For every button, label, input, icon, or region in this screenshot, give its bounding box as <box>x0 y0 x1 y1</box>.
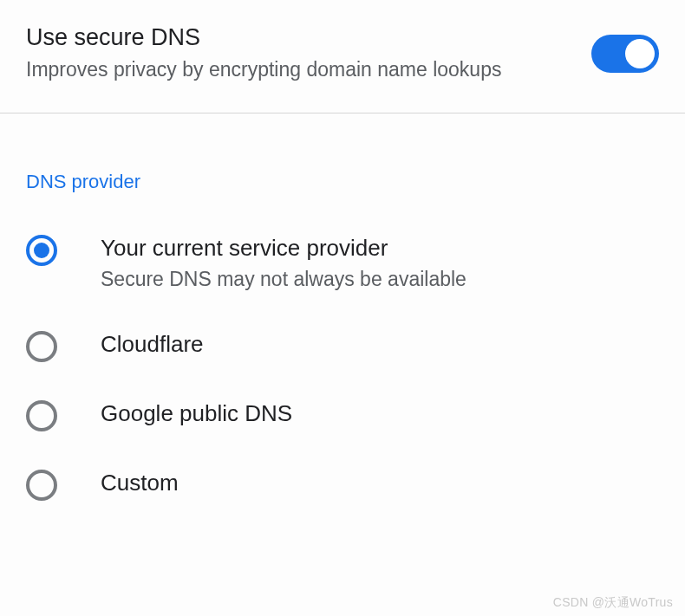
option-title: Cloudflare <box>101 329 659 360</box>
radio-inner-dot-icon <box>34 243 49 258</box>
secure-dns-toggle[interactable] <box>591 35 659 73</box>
dns-provider-label: DNS provider <box>0 113 685 202</box>
secure-dns-header: Use secure DNS Improves privacy by encry… <box>0 0 685 113</box>
radio-unselected-icon <box>26 331 57 362</box>
radio-selected-icon <box>26 235 57 266</box>
option-title: Your current service provider <box>101 233 659 263</box>
option-google-public-dns[interactable]: Google public DNS <box>26 399 659 431</box>
option-text-block: Google public DNS <box>101 399 659 429</box>
option-title: Custom <box>101 468 659 498</box>
setting-title: Use secure DNS <box>26 24 574 51</box>
setting-description: Improves privacy by encrypting domain na… <box>26 56 574 83</box>
option-title: Google public DNS <box>101 399 659 429</box>
header-text-block: Use secure DNS Improves privacy by encry… <box>26 24 574 83</box>
toggle-thumb-icon <box>625 39 655 68</box>
radio-unselected-icon <box>26 400 57 431</box>
dns-provider-options: Your current service provider Secure DNS… <box>0 202 685 501</box>
option-text-block: Your current service provider Secure DNS… <box>101 233 659 293</box>
option-text-block: Custom <box>101 468 659 498</box>
option-text-block: Cloudflare <box>101 329 659 360</box>
radio-unselected-icon <box>26 470 57 501</box>
watermark: CSDN @沃通WoTrus <box>553 595 673 611</box>
option-custom[interactable]: Custom <box>26 468 659 501</box>
option-subtitle: Secure DNS may not always be available <box>101 265 659 293</box>
option-current-provider[interactable]: Your current service provider Secure DNS… <box>26 233 659 293</box>
option-cloudflare[interactable]: Cloudflare <box>26 329 659 362</box>
